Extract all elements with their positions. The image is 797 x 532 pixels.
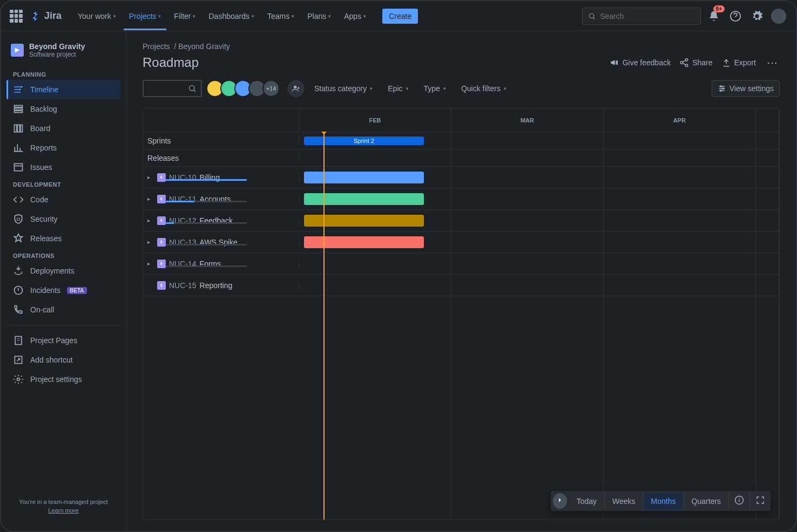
svg-point-33 xyxy=(720,90,721,92)
timeline-row: ▸NUC-12 Feedback xyxy=(143,210,779,231)
section-label: PLANNING xyxy=(6,67,120,80)
svg-rect-7 xyxy=(15,111,23,112)
assignee-avatars[interactable]: +14 xyxy=(210,80,280,97)
add-people-button[interactable] xyxy=(287,80,305,97)
expand-icon[interactable]: ▸ xyxy=(147,261,154,267)
issue-summary[interactable]: Reporting xyxy=(200,281,233,290)
timeline-icon xyxy=(13,84,24,95)
svg-point-4 xyxy=(19,88,21,90)
epic-bar[interactable] xyxy=(304,172,424,183)
sidebar-item-on-call[interactable]: On-call xyxy=(6,300,120,319)
svg-point-25 xyxy=(190,86,194,91)
weeks-button[interactable]: Weeks xyxy=(605,493,644,510)
svg-line-23 xyxy=(683,60,686,62)
settings-icon[interactable] xyxy=(748,8,766,25)
more-actions-button[interactable]: ⋯ xyxy=(765,54,780,71)
nav-apps[interactable]: Apps ▾ xyxy=(339,8,372,25)
sprint-bar[interactable]: Sprint 2 xyxy=(304,137,424,145)
month-mar: MAR xyxy=(451,108,604,132)
search-input[interactable] xyxy=(600,12,695,21)
sidebar-item-issues[interactable]: Issues xyxy=(6,158,120,177)
fullscreen-button[interactable] xyxy=(750,491,771,511)
month-feb: FEB xyxy=(299,108,451,132)
nav-dashboards[interactable]: Dashboards ▾ xyxy=(203,8,260,25)
epic-bar[interactable] xyxy=(304,215,424,227)
backlog-icon xyxy=(13,104,24,114)
svg-line-24 xyxy=(683,63,686,65)
sidebar-item-incidents[interactable]: IncidentsBETA xyxy=(6,281,120,300)
app-switcher-icon[interactable] xyxy=(10,10,23,23)
epic-bar[interactable] xyxy=(304,193,424,205)
months-button[interactable]: Months xyxy=(644,493,684,510)
today-marker xyxy=(323,132,325,520)
deployments-icon xyxy=(13,265,24,276)
profile-avatar[interactable] xyxy=(770,8,787,25)
help-icon[interactable] xyxy=(727,8,744,25)
expand-icon[interactable]: ▸ xyxy=(147,217,154,223)
breadcrumb-projects[interactable]: Projects xyxy=(143,42,170,51)
megaphone-icon xyxy=(610,58,619,67)
nav-projects[interactable]: Projects ▾ xyxy=(124,8,167,30)
top-nav: Jira Your work ▾Projects ▾Filter ▾Dashbo… xyxy=(1,1,796,31)
filter-type[interactable]: Type ▾ xyxy=(422,81,448,96)
timeline-row: SprintsSprint 2 xyxy=(143,132,779,149)
sidebar-item-board[interactable]: Board xyxy=(6,119,120,138)
filter-epic[interactable]: Epic ▾ xyxy=(386,81,410,96)
nav-plans[interactable]: Plans ▾ xyxy=(302,8,336,25)
jira-logo[interactable]: Jira xyxy=(30,10,62,22)
quarters-button[interactable]: Quarters xyxy=(684,493,729,510)
sidebar-item-reports[interactable]: Reports xyxy=(6,138,120,158)
sidebar-item-code[interactable]: Code xyxy=(6,190,120,209)
view-settings-button[interactable]: View settings xyxy=(712,80,780,97)
issue-key[interactable]: NUC-15 xyxy=(169,281,197,290)
nav-filter[interactable]: Filter ▾ xyxy=(168,8,201,25)
export-button[interactable]: Export xyxy=(721,58,756,67)
share-icon xyxy=(679,58,689,67)
epic-bar[interactable] xyxy=(304,236,424,248)
oncall-icon xyxy=(13,304,24,315)
scroll-right-button[interactable] xyxy=(553,493,567,509)
nav-items: Your work ▾Projects ▾Filter ▾Dashboards … xyxy=(72,8,372,25)
notifications-icon[interactable]: 9+ xyxy=(705,8,722,25)
sidebar-item-project-settings[interactable]: Project settings xyxy=(6,370,120,389)
toolbar: +14 Status category ▾Epic ▾Type ▾Quick f… xyxy=(143,80,780,97)
sidebar-item-project-pages[interactable]: Project Pages xyxy=(6,331,120,350)
epic-icon xyxy=(157,195,166,203)
project-header[interactable]: Beyond Gravity Software project xyxy=(6,40,120,67)
sidebar-item-deployments[interactable]: Deployments xyxy=(6,261,120,281)
share-button[interactable]: Share xyxy=(679,58,712,67)
svg-rect-5 xyxy=(15,105,23,107)
today-button[interactable]: Today xyxy=(569,493,605,510)
feedback-button[interactable]: Give feedback xyxy=(610,58,671,67)
sidebar: Beyond Gravity Software project PLANNING… xyxy=(1,31,126,531)
shortcut-icon xyxy=(13,354,24,365)
create-button[interactable]: Create xyxy=(382,9,418,24)
svg-rect-9 xyxy=(17,125,19,132)
sidebar-item-backlog[interactable]: Backlog xyxy=(6,99,120,119)
filter-search-input[interactable] xyxy=(143,80,202,97)
filter-quick-filters[interactable]: Quick filters ▾ xyxy=(459,81,509,96)
filter-status-category[interactable]: Status category ▾ xyxy=(312,81,375,96)
info-button[interactable] xyxy=(729,491,750,511)
svg-rect-13 xyxy=(17,218,20,220)
incidents-icon xyxy=(13,285,24,296)
project-name: Beyond Gravity xyxy=(29,42,85,51)
expand-icon[interactable]: ▸ xyxy=(147,196,154,202)
expand-icon[interactable]: ▸ xyxy=(147,174,154,180)
nav-your-work[interactable]: Your work ▾ xyxy=(72,8,121,25)
nav-teams[interactable]: Teams ▾ xyxy=(262,8,300,25)
svg-point-20 xyxy=(685,59,688,62)
sidebar-item-releases[interactable]: Releases xyxy=(6,229,120,248)
learn-more-link[interactable]: Learn more xyxy=(11,507,116,514)
avatar-overflow[interactable]: +14 xyxy=(262,80,280,97)
sliders-icon xyxy=(718,84,726,93)
sidebar-item-timeline[interactable]: Timeline xyxy=(6,80,120,99)
svg-line-1 xyxy=(593,17,595,19)
timeline-row: NUC-15 Reporting xyxy=(143,275,779,296)
expand-icon[interactable]: ▸ xyxy=(147,239,154,245)
svg-point-19 xyxy=(17,378,20,381)
sidebar-item-add-shortcut[interactable]: Add shortcut xyxy=(6,350,120,370)
sidebar-item-security[interactable]: Security xyxy=(6,209,120,229)
code-icon xyxy=(13,194,24,205)
search-box[interactable] xyxy=(582,8,701,25)
